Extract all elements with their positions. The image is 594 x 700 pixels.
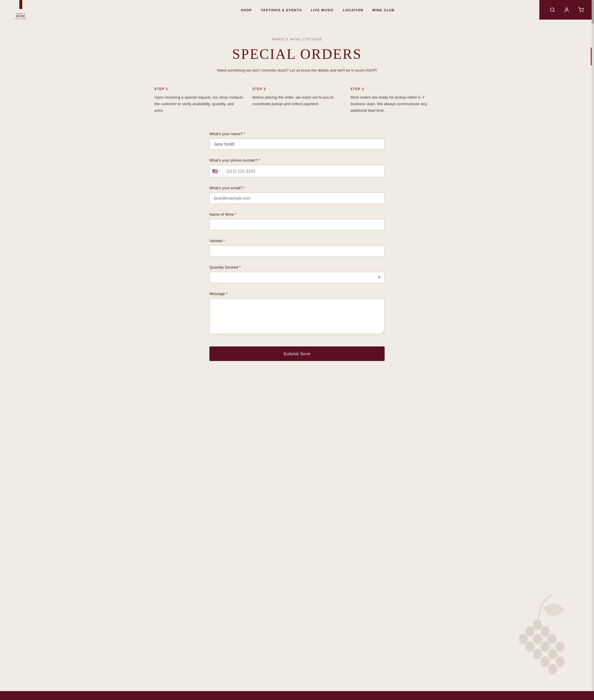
svg-point-7: [540, 626, 550, 637]
svg-point-16: [540, 656, 550, 667]
phone-flag-select[interactable]: 🇺🇸 ▾: [210, 165, 223, 177]
search-icon: [550, 7, 555, 12]
name-input[interactable]: [209, 138, 385, 150]
search-button[interactable]: [548, 6, 557, 14]
email-label: What's your email? *: [209, 186, 385, 190]
step-2: STEP 2 Before placing the order, we reac…: [253, 87, 341, 114]
page-title: Special Orders: [155, 46, 439, 62]
step-3-label: STEP 3: [351, 87, 439, 91]
phone-input-wrapper: 🇺🇸 ▾: [209, 165, 385, 178]
nav-links: SHOP TASTINGS & EVENTS LIVE MUSIC LOCATI…: [47, 7, 588, 12]
name-required: *: [243, 132, 245, 136]
bottle-icon: [19, 0, 22, 9]
quantity-required: *: [238, 265, 241, 269]
logo-wine: WINE: [15, 14, 26, 18]
svg-point-8: [519, 634, 528, 644]
grape-watermark: [481, 587, 594, 700]
varietal-group: Varietal *: [209, 238, 385, 257]
varietal-required: *: [222, 238, 225, 243]
phone-required: *: [258, 158, 261, 162]
message-label: Message *: [209, 291, 385, 296]
wine-name-label: Name of Wine *: [209, 212, 385, 217]
wine-name-required: *: [234, 212, 236, 217]
step-1-label: STEP 1: [155, 87, 243, 91]
svg-point-2: [566, 8, 568, 9]
svg-point-17: [556, 656, 565, 667]
nav-location[interactable]: LOCATION: [343, 8, 364, 12]
right-accent: [591, 47, 592, 65]
name-group: What's your name? *: [209, 132, 385, 150]
svg-point-14: [533, 649, 542, 659]
message-group: Message *: [209, 291, 385, 335]
nav-wine-club[interactable]: WINE CLUB: [372, 8, 395, 12]
step-2-label: STEP 2: [253, 87, 341, 91]
logo-cottage: COTTAGE: [15, 18, 26, 19]
svg-point-10: [548, 634, 556, 644]
email-input[interactable]: [209, 193, 385, 204]
page-description: Need something we don't currently stock?…: [155, 68, 439, 72]
email-required: *: [242, 186, 245, 190]
nav-icons: [539, 0, 594, 20]
svg-point-18: [548, 664, 557, 674]
navbar: ANNIE'S WINE COTTAGE SHOP TASTINGS & EVE…: [0, 0, 594, 20]
logo-icon: [19, 0, 23, 12]
svg-point-12: [540, 641, 550, 651]
phone-input[interactable]: [223, 166, 384, 177]
svg-point-5: [533, 619, 542, 630]
svg-point-13: [556, 641, 565, 651]
message-textarea[interactable]: [209, 298, 385, 334]
svg-line-1: [553, 11, 554, 11]
svg-point-6: [525, 626, 534, 637]
step-1-text: Upon receiving a special request, our sh…: [155, 94, 243, 114]
page-subtitle: ANNIE'S WINE COTTAGE: [155, 37, 439, 41]
step-2-text: Before placing the order, we reach out t…: [253, 94, 341, 107]
quantity-select[interactable]: 1 2 3 4 5 6+: [209, 272, 385, 283]
quantity-label: Quantity Desired *: [209, 265, 385, 269]
phone-dropdown-chevron: ▾: [219, 170, 220, 172]
svg-point-4: [583, 11, 583, 12]
step-1: STEP 1 Upon receiving a special request,…: [155, 87, 243, 114]
svg-point-3: [580, 11, 581, 12]
steps-grid: STEP 1 Upon receiving a special request,…: [155, 87, 439, 114]
phone-group: What's your phone number? * 🇺🇸 ▾: [209, 158, 385, 178]
cart-button[interactable]: [577, 6, 585, 14]
user-icon: [564, 7, 569, 12]
wine-name-group: Name of Wine *: [209, 212, 385, 230]
svg-point-9: [533, 634, 542, 644]
submit-button[interactable]: Submit form: [209, 346, 385, 361]
svg-point-11: [525, 641, 534, 651]
varietal-label: Varietal *: [209, 238, 385, 243]
special-order-form: What's your name? * What's your phone nu…: [209, 132, 385, 361]
logo[interactable]: ANNIE'S WINE COTTAGE: [6, 0, 36, 19]
main-content: ANNIE'S WINE COTTAGE Special Orders Need…: [148, 20, 446, 385]
cart-icon: [578, 7, 584, 12]
name-label: What's your name? *: [209, 132, 385, 136]
nav-live-music[interactable]: LIVE MUSIC: [311, 8, 334, 12]
quantity-group: Quantity Desired * 1 2 3 4 5 6+: [209, 265, 385, 283]
varietal-input[interactable]: [209, 246, 385, 257]
phone-label: What's your phone number? *: [209, 158, 385, 162]
scrollbar-thumb[interactable]: [592, 0, 594, 24]
email-group: What's your email? *: [209, 186, 385, 204]
nav-tastings[interactable]: TASTINGS & EVENTS: [261, 8, 302, 12]
logo-text: ANNIE'S WINE COTTAGE: [15, 13, 26, 19]
bottom-bar: [0, 691, 594, 700]
nav-shop[interactable]: SHOP: [241, 8, 252, 12]
message-required: *: [225, 291, 228, 296]
us-flag-icon: 🇺🇸: [212, 168, 218, 174]
step-3: STEP 3 Most orders are ready for pickup …: [351, 87, 439, 114]
wine-name-input[interactable]: [209, 219, 385, 230]
user-button[interactable]: [563, 6, 571, 14]
scrollbar-track[interactable]: [592, 0, 594, 700]
svg-point-15: [548, 649, 557, 659]
step-3-text: Most orders are ready for pickup within …: [351, 94, 439, 114]
